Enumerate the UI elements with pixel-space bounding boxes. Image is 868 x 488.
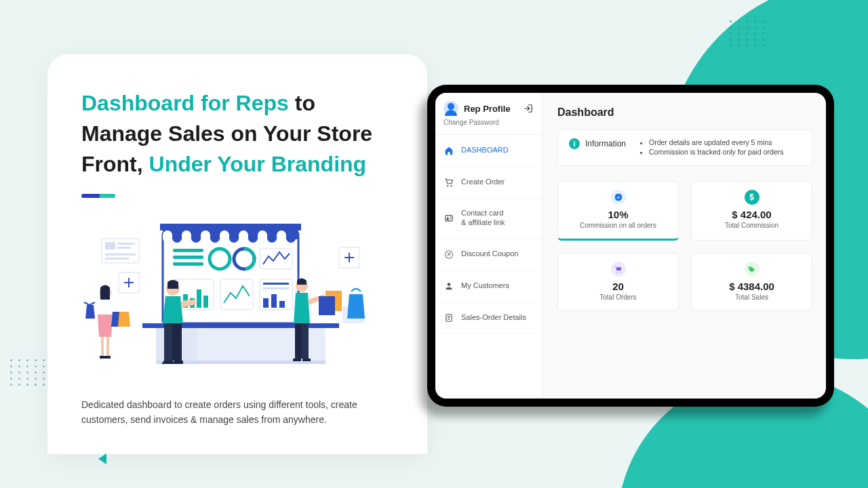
svg-rect-46 <box>117 247 131 249</box>
nav-my-customers[interactable]: My Customers <box>435 270 542 302</box>
stat-value: 10% <box>565 209 671 220</box>
nav-discount[interactable]: Discount Coupon <box>435 239 542 270</box>
svg-rect-44 <box>105 242 115 249</box>
svg-rect-68 <box>446 216 453 221</box>
svg-rect-16 <box>286 230 296 243</box>
stat-value: $ 4384.00 <box>698 281 805 292</box>
tablet-device: Rep Profile Change Password DASHBOARD Cr… <box>427 85 834 407</box>
nav-label: My Customers <box>461 281 509 291</box>
stat-total-commission[interactable]: $ $ 424.00 Total Commission <box>691 181 812 241</box>
doc-icon <box>443 312 454 323</box>
svg-rect-4 <box>182 230 191 243</box>
nav-list: DASHBOARD Create Order Contact card & af… <box>435 135 542 334</box>
svg-rect-59 <box>164 323 172 361</box>
svg-rect-53 <box>101 337 104 356</box>
logout-icon <box>524 104 533 113</box>
svg-rect-66 <box>319 296 335 315</box>
svg-rect-1 <box>160 224 301 230</box>
svg-rect-48 <box>105 258 129 260</box>
svg-rect-5 <box>201 230 210 243</box>
stat-caption: Commission on all orders <box>565 222 671 229</box>
contact-icon <box>443 213 454 224</box>
marketing-card: Dashboard for Reps to Manage Sales on Yo… <box>47 54 427 454</box>
svg-rect-62 <box>302 323 309 359</box>
avatar-icon <box>443 101 458 116</box>
info-item: Order details are updated every 5 mins <box>649 138 783 146</box>
svg-rect-9 <box>277 230 286 243</box>
profile-row: Rep Profile <box>435 93 542 119</box>
svg-rect-47 <box>105 253 136 256</box>
storefront-illustration <box>81 215 393 384</box>
headline-part-a: Dashboard for Reps <box>81 91 289 115</box>
stat-total-sales[interactable]: $ 4384.00 Total Sales <box>691 253 812 311</box>
nav-label: Sales-Order Details <box>461 313 526 323</box>
info-box: i Information Order details are updated … <box>557 129 812 166</box>
svg-rect-10 <box>172 230 182 243</box>
svg-rect-36 <box>279 301 285 308</box>
svg-rect-15 <box>267 230 277 243</box>
logout-button[interactable] <box>523 103 534 114</box>
svg-rect-33 <box>263 287 289 289</box>
nav-label: Discount Coupon <box>461 249 518 259</box>
svg-rect-18 <box>173 256 203 259</box>
info-icon: i <box>569 138 580 149</box>
svg-rect-23 <box>260 249 292 269</box>
stat-value: 20 <box>565 281 671 292</box>
svg-point-72 <box>749 267 751 268</box>
dot-pattern-bl <box>10 359 47 386</box>
tag-icon <box>745 262 760 277</box>
svg-rect-45 <box>117 243 135 245</box>
info-item: Commission is tracked only for paid orde… <box>649 148 783 156</box>
main-content: Dashboard i Information Order details ar… <box>542 93 826 399</box>
person-icon <box>443 281 454 291</box>
cursor-pointer-icon <box>98 453 106 464</box>
svg-rect-19 <box>173 262 203 266</box>
stat-commission-rate[interactable]: 10% Commission on all orders <box>557 181 679 241</box>
stat-caption: Total Sales <box>698 293 805 301</box>
svg-rect-3 <box>163 230 172 243</box>
svg-rect-52 <box>100 300 110 314</box>
svg-rect-11 <box>191 230 201 243</box>
svg-rect-32 <box>263 283 289 285</box>
nav-label: DASHBOARD <box>461 146 509 155</box>
svg-rect-55 <box>100 356 105 359</box>
discount-icon <box>443 249 454 260</box>
underline-accent <box>81 194 115 198</box>
dollar-icon: $ <box>745 190 760 205</box>
svg-rect-56 <box>105 356 111 359</box>
profile-name: Rep Profile <box>464 104 511 114</box>
svg-point-70 <box>448 283 451 286</box>
svg-rect-7 <box>239 230 248 243</box>
stat-caption: Total Commission <box>698 222 805 229</box>
dot-pattern-tr <box>730 20 766 47</box>
svg-rect-12 <box>210 230 220 243</box>
stat-grid: 10% Commission on all orders $ $ 424.00 … <box>557 181 812 311</box>
nav-contact-card[interactable]: Contact card & affiliate link <box>435 199 542 239</box>
change-password-link[interactable]: Change Password <box>435 119 542 135</box>
badge-check-icon <box>611 190 626 205</box>
cart-fill-icon <box>611 262 626 277</box>
svg-rect-13 <box>229 230 239 243</box>
svg-rect-28 <box>197 289 201 308</box>
svg-rect-34 <box>263 298 269 308</box>
nav-dashboard[interactable]: DASHBOARD <box>435 135 542 167</box>
stat-value: $ 424.00 <box>698 209 805 220</box>
svg-rect-54 <box>106 337 109 356</box>
svg-rect-64 <box>302 359 311 361</box>
svg-rect-29 <box>203 296 208 308</box>
svg-rect-8 <box>258 230 267 243</box>
sidebar: Rep Profile Change Password DASHBOARD Cr… <box>435 93 542 399</box>
info-list: Order details are updated every 5 mins C… <box>638 138 783 157</box>
nav-sales-order[interactable]: Sales-Order Details <box>435 302 542 334</box>
home-icon <box>443 145 454 156</box>
cart-icon <box>443 177 454 188</box>
info-title: Information <box>585 139 626 148</box>
nav-label: Create Order <box>461 178 505 187</box>
stat-caption: Total Orders <box>565 293 671 301</box>
nav-label: Contact card & affiliate link <box>461 209 505 228</box>
stat-total-orders[interactable]: 20 Total Orders <box>557 253 679 311</box>
svg-rect-14 <box>248 230 258 243</box>
nav-create-order[interactable]: Create Order <box>435 167 542 199</box>
headline-part-c: Under Your Branding <box>149 152 367 176</box>
svg-rect-63 <box>293 359 301 361</box>
